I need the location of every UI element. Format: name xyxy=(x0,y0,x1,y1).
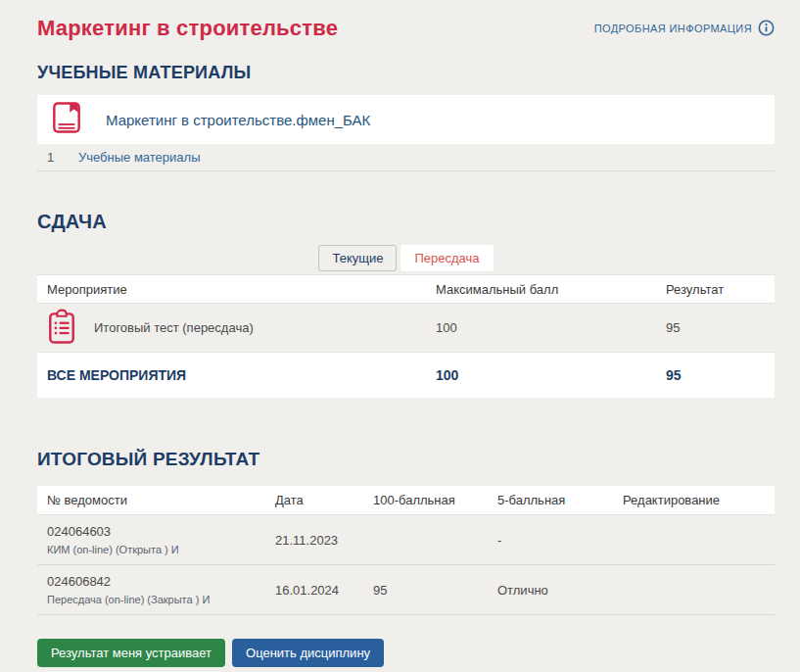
clipboard-list-icon xyxy=(47,309,76,348)
submission-table-header: Мероприятие Максимальный балл Результат xyxy=(37,274,775,304)
submission-tabs: Текущие Пересдача xyxy=(37,245,775,271)
col-result: Результат xyxy=(656,282,775,297)
final-table: № ведомости Дата 100-балльная 5-балльная… xyxy=(37,486,775,615)
sheet-number: 024064603 xyxy=(47,524,265,539)
submission-section-title: СДАЧА xyxy=(37,211,775,233)
total-label: ВСЕ МЕРОПРИЯТИЯ xyxy=(37,367,426,383)
col-scale-100: 100-балльная xyxy=(363,493,488,507)
detailed-info-label: ПОДРОБНАЯ ИНФОРМАЦИЯ xyxy=(594,23,752,34)
tab-retake[interactable]: Пересдача xyxy=(400,245,493,271)
tab-current[interactable]: Текущие xyxy=(318,245,397,271)
book-icon xyxy=(52,101,81,138)
page-title: Маркетинг в строительстве xyxy=(37,16,338,41)
table-row: Итоговый тест (пересдача) 100 95 xyxy=(37,304,775,353)
sheet-description: КИМ (on-line) (Открыта ) И xyxy=(47,544,265,555)
sheet-number: 024606842 xyxy=(47,574,265,589)
materials-section-title: УЧЕБНЫЕ МАТЕРИАЛЫ xyxy=(37,63,775,83)
event-max-score: 100 xyxy=(426,320,656,335)
sheet-score-5: Отлично xyxy=(488,583,613,598)
sheet-score-5: - xyxy=(488,533,613,548)
materials-row: 1 Учебные материалы xyxy=(37,144,775,171)
col-scale-5: 5-балльная xyxy=(488,493,613,507)
submission-total-row: ВСЕ МЕРОПРИЯТИЯ 100 95 xyxy=(37,353,775,398)
detailed-info-link[interactable]: ПОДРОБНАЯ ИНФОРМАЦИЯ xyxy=(594,20,775,38)
course-material-card[interactable]: Маркетинг в строительстве.фмен_БАК xyxy=(37,95,775,144)
final-table-header: № ведомости Дата 100-балльная 5-балльная… xyxy=(37,486,775,515)
col-event: Мероприятие xyxy=(37,282,426,297)
action-buttons: Результат меня устраивает Оценить дисцип… xyxy=(37,639,775,667)
total-result: 95 xyxy=(656,367,775,383)
materials-row-number: 1 xyxy=(37,150,78,165)
page-header: Маркетинг в строительстве ПОДРОБНАЯ ИНФО… xyxy=(37,0,775,43)
col-editing: Редактирование xyxy=(613,493,775,507)
event-result: 95 xyxy=(656,320,775,335)
info-circle-icon xyxy=(758,20,775,38)
sheet-date: 21.11.2023 xyxy=(265,533,363,548)
sheet-description: Пересдача (on-line) (Закрыта ) И xyxy=(47,594,265,605)
course-material-label: Маркетинг в строительстве.фмен_БАК xyxy=(106,112,370,128)
table-row: 024606842 Пересдача (on-line) (Закрыта )… xyxy=(37,565,775,615)
accept-result-button[interactable]: Результат меня устраивает xyxy=(37,639,225,667)
rate-discipline-button[interactable]: Оценить дисциплину xyxy=(232,639,384,667)
materials-row-link[interactable]: Учебные материалы xyxy=(78,150,201,165)
table-row: 024064603 КИМ (on-line) (Открыта ) И 21.… xyxy=(37,515,775,565)
submission-table: Мероприятие Максимальный балл Результат xyxy=(37,274,775,398)
col-sheet-number: № ведомости xyxy=(37,493,265,507)
course-page: Маркетинг в строительстве ПОДРОБНАЯ ИНФО… xyxy=(0,0,800,667)
sheet-date: 16.01.2024 xyxy=(265,583,363,598)
event-name[interactable]: Итоговый тест (пересдача) xyxy=(94,320,254,335)
col-date: Дата xyxy=(265,493,363,507)
final-section-title: ИТОГОВЫЙ РЕЗУЛЬТАТ xyxy=(37,449,775,470)
col-max-score: Максимальный балл xyxy=(426,282,656,297)
total-max-score: 100 xyxy=(426,367,656,383)
sheet-score-100: 95 xyxy=(363,583,488,598)
